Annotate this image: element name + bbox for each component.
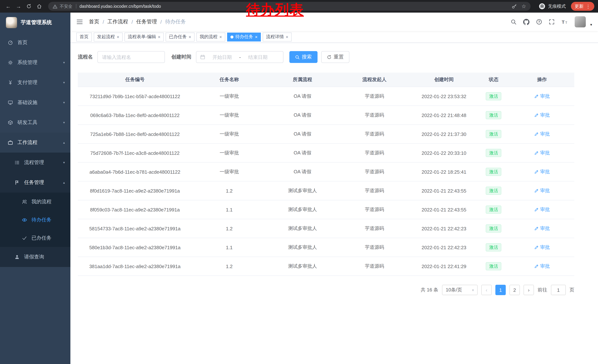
approve-link[interactable]: 审批 <box>534 112 550 119</box>
next-page-button[interactable]: › <box>523 285 534 295</box>
table-row: 58154733-7ac8-11ec-a9e2-a2380e71991a 1.2… <box>78 219 574 238</box>
home-icon[interactable] <box>35 2 44 11</box>
forward-icon[interactable]: → <box>14 2 23 11</box>
page-button-2[interactable]: 2 <box>509 285 520 295</box>
breadcrumb-home[interactable]: 首页 <box>89 18 99 25</box>
tab-my-processes[interactable]: 我的流程 × <box>196 32 225 41</box>
password-key-icon[interactable] <box>512 4 517 9</box>
tab-home[interactable]: 首页 <box>76 32 92 41</box>
close-icon[interactable]: × <box>117 35 119 39</box>
table-row: 381aa1dd-7ac8-11ec-a9e2-a2380e71991a 1.2… <box>78 257 574 276</box>
search-button[interactable]: 搜索 <box>289 51 317 63</box>
tab-done-tasks[interactable]: 已办任务 × <box>166 32 194 41</box>
prev-page-button[interactable]: ‹ <box>481 285 492 295</box>
tab-todo-tasks[interactable]: 待办任务 × <box>227 32 261 41</box>
approve-link[interactable]: 审批 <box>534 263 550 270</box>
close-icon[interactable]: × <box>219 35 222 39</box>
page-button-1[interactable]: 1 <box>495 285 506 295</box>
sidebar-item-done-tasks[interactable]: 已办任务 <box>0 229 70 247</box>
task-name: 一级审批 <box>220 112 239 118</box>
navbar: 首页 / 工作流程 / 任务管理 / 待办任务 ? <box>70 13 598 31</box>
table-row: 725a1eb6-7b88-11ec-8ef0-acde48001122 一级审… <box>78 125 574 144</box>
task-name: 1.2 <box>226 226 233 231</box>
sidebar-item-devtools[interactable]: 研发工具 ▾ <box>0 113 70 133</box>
date-range-picker[interactable]: - <box>196 51 283 63</box>
task-created-time: 2022-01-22 21:48:48 <box>422 112 466 118</box>
process-name-input[interactable] <box>97 51 165 63</box>
breadcrumb-task-management[interactable]: 任务管理 <box>136 18 157 25</box>
approve-link[interactable]: 审批 <box>534 225 550 232</box>
page-unit-label: 页 <box>569 287 574 293</box>
calendar-icon <box>200 54 205 60</box>
start-date-input[interactable] <box>207 54 237 60</box>
sidebar-item-todo-tasks[interactable]: 待办任务 <box>0 211 70 229</box>
approve-link[interactable]: 审批 <box>534 150 550 156</box>
task-process: OA 请假 <box>294 150 311 155</box>
close-icon[interactable]: × <box>189 35 191 39</box>
fullscreen-icon[interactable] <box>549 19 555 25</box>
approve-link[interactable]: 审批 <box>534 187 550 194</box>
sidebar-item-home[interactable]: 首页 <box>0 32 70 53</box>
sidebar-item-process-management[interactable]: 流程管理 ▾ <box>0 153 70 173</box>
table-row: 069c6a63-7b8a-11ec-8ef0-acde48001122 一级审… <box>78 106 574 125</box>
tab-start-process[interactable]: 发起流程 × <box>94 32 123 41</box>
task-id: 8f0d1619-7ac8-11ec-a9e2-a2380e71991a <box>90 188 180 194</box>
box-icon <box>8 120 13 125</box>
column-header: 创建时间 <box>411 73 478 87</box>
update-button[interactable]: 更新 ⋮ <box>571 2 594 11</box>
breadcrumb-workflow[interactable]: 工作流程 <box>108 18 128 25</box>
approve-link[interactable]: 审批 <box>534 93 550 100</box>
task-initiator: 芋道源码 <box>365 150 384 155</box>
font-size-icon[interactable]: TT <box>561 19 568 25</box>
user-avatar[interactable] <box>575 16 586 27</box>
task-id: 75d72608-7b7f-11ec-a3c8-acde48001122 <box>90 150 180 156</box>
tab-process-form-edit[interactable]: 流程表单-编辑 × <box>125 32 164 41</box>
sidebar-item-workflow[interactable]: 工作流程 ▴ <box>0 133 70 153</box>
close-icon[interactable]: × <box>255 35 257 39</box>
table-row: 8f059c03-7ac8-11ec-a9e2-a2380e71991a 1.1… <box>78 200 574 219</box>
bookmark-star-icon[interactable]: ☆ <box>522 3 526 9</box>
github-icon[interactable] <box>523 19 530 25</box>
task-initiator: 芋道源码 <box>365 226 384 231</box>
create-time-label: 创建时间 <box>171 54 191 60</box>
task-initiator: 芋道源码 <box>365 207 384 212</box>
sidebar-item-system[interactable]: 系统管理 ▾ <box>0 53 70 73</box>
yen-icon <box>8 80 13 85</box>
reset-button[interactable]: 重置 <box>321 51 349 63</box>
approve-link[interactable]: 审批 <box>534 131 550 138</box>
task-initiator: 芋道源码 <box>365 93 384 99</box>
search-icon[interactable] <box>511 19 516 25</box>
approve-link[interactable]: 审批 <box>534 169 550 175</box>
end-date-input[interactable] <box>243 54 273 60</box>
task-name: 1.1 <box>226 207 233 212</box>
column-header: 流程发起人 <box>339 73 411 87</box>
task-id: 580e1b3d-7ac8-11ec-a9e2-a2380e71991a <box>89 245 181 250</box>
task-initiator: 芋道源码 <box>365 244 384 250</box>
sidebar-item-leave-query[interactable]: 请假查询 <box>0 247 70 267</box>
task-name: 1.1 <box>226 245 233 250</box>
browser-menu-icon[interactable]: ⋮ <box>586 4 590 9</box>
security-label: 不安全 <box>60 4 72 9</box>
status-badge: 激活 <box>486 149 501 157</box>
tab-process-detail[interactable]: 流程详情 × <box>263 32 291 41</box>
task-initiator: 芋道源码 <box>365 188 384 193</box>
page-size-select[interactable]: 10条/页 ▾ <box>442 285 478 295</box>
sidebar-toggle-icon[interactable] <box>76 18 83 25</box>
approve-link[interactable]: 审批 <box>534 244 550 251</box>
help-icon[interactable]: ? <box>536 19 542 25</box>
sidebar-item-task-management[interactable]: 任务管理 ▴ <box>0 173 70 193</box>
close-icon[interactable]: × <box>158 35 160 39</box>
task-id: a6aba0a4-7b6d-11ec-b781-acde48001122 <box>90 169 180 175</box>
close-icon[interactable]: × <box>286 35 288 39</box>
status-badge: 激活 <box>486 262 501 270</box>
goto-page-input[interactable] <box>551 285 566 295</box>
avatar-caret-icon[interactable]: ▾ <box>590 22 592 26</box>
reload-icon[interactable] <box>25 2 33 11</box>
task-created-time: 2022-01-22 20:33:10 <box>422 150 466 156</box>
task-name: 一级审批 <box>220 169 239 174</box>
sidebar-item-infrastructure[interactable]: 基础设施 ▾ <box>0 93 70 113</box>
approve-link[interactable]: 审批 <box>534 206 550 213</box>
back-icon[interactable]: ← <box>4 2 13 11</box>
sidebar-item-my-processes[interactable]: 我的流程 <box>0 193 70 211</box>
sidebar-item-payment[interactable]: 支付管理 ▾ <box>0 73 70 93</box>
